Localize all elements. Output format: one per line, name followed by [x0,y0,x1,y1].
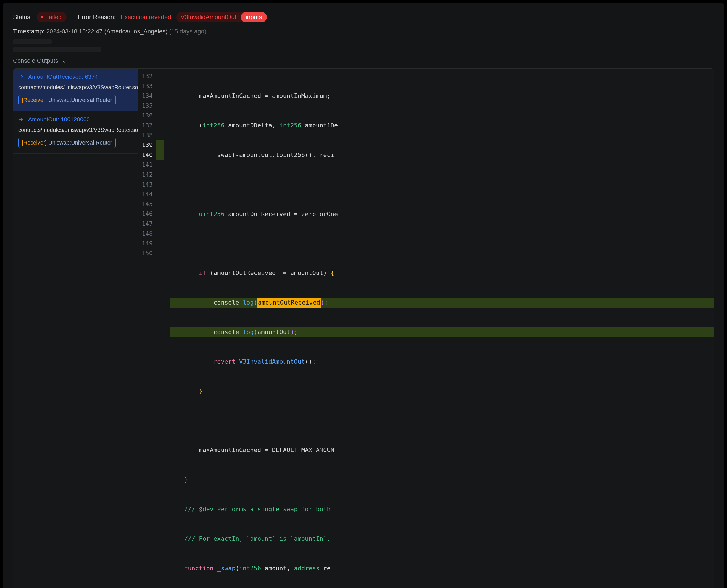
line-number: 133 [141,81,153,91]
diff-mark [156,248,164,258]
output-title-row: AmountOut: 100120000 [18,116,133,123]
line-number: 142 [141,170,153,180]
line-number: 150 [141,248,153,258]
timestamp-label: Timestamp: [13,28,44,35]
code-lines[interactable]: maxAmountInCached = amountInMaximum; (in… [164,68,714,588]
diff-mark [156,130,164,140]
error-name: V3InvalidAmountOut [176,12,241,22]
timestamp-value: 2024-03-18 15:22:47 (America/Los_Angeles… [46,28,167,35]
line-number: 137 [141,121,153,130]
chevron-up-icon [61,59,65,63]
receiver-name: Uniswap:Universal Router [48,97,112,103]
diff-mark [156,180,164,190]
debug-panel: Status: Failed Error Reason: Execution r… [3,3,724,588]
diff-mark [156,110,164,121]
line-number: 139 [141,140,153,150]
code-line [170,416,714,426]
output-path: contracts/modules/uniswap/v3/V3SwapRoute… [18,83,133,91]
timestamp-relative: (15 days ago) [169,28,206,35]
line-number: 144 [141,189,153,199]
error-pill: V3InvalidAmountOut inputs [176,12,267,22]
diff-mark [156,101,164,111]
code-line-added: console.log(amountOut); [170,327,714,337]
code-line [170,238,714,248]
receiver-name: Uniswap:Universal Router [48,140,112,146]
line-number: 140 [141,150,153,160]
arrow-right-icon [18,74,24,80]
error-reason-label: Error Reason: [78,14,115,21]
code-line: } [170,475,714,485]
diff-mark [156,189,164,199]
status-dot-icon [41,16,43,18]
diff-mark [156,219,164,229]
diff-mark [156,238,164,248]
line-number: 132 [141,71,153,81]
line-number: 148 [141,229,153,239]
diff-gutter: + + [156,68,164,588]
line-number: 146 [141,209,153,219]
code-line: } [170,386,714,396]
line-number: 145 [141,199,153,209]
line-number: 149 [141,238,153,248]
output-path: contracts/modules/uniswap/v3/V3SwapRoute… [18,126,133,134]
line-gutter: 132 133 134 135 136 137 138 139 140 141 … [138,68,156,588]
diff-mark-added: + [156,150,164,160]
code-line-added: console.log(amountOutReceived); [170,298,714,308]
inputs-button[interactable]: inputs [241,12,267,22]
code-line: maxAmountInCached = DEFAULT_MAX_AMOUN [170,445,714,455]
console-body: AmountOutRecieved: 6374 contracts/module… [13,68,714,588]
code-line: uint256 amountOutReceived = zeroForOne [170,209,714,219]
line-number: 134 [141,91,153,101]
diff-mark [156,121,164,130]
timestamp-row: Timestamp: 2024-03-18 15:22:47 (America/… [13,28,714,35]
diff-mark [156,71,164,81]
line-number: 138 [141,130,153,140]
diff-mark [156,199,164,209]
code-line: maxAmountInCached = amountInMaximum; [170,91,714,101]
redacted-line [13,47,101,52]
code-line: revert V3InvalidAmountOut(); [170,357,714,367]
console-output-item[interactable]: AmountOutRecieved: 6374 contracts/module… [13,68,138,111]
status-value: Failed [45,14,62,21]
line-number: 135 [141,101,153,111]
diff-mark [156,209,164,219]
highlighted-token: amountOutReceived [257,298,321,308]
status-row: Status: Failed Error Reason: Execution r… [13,12,714,22]
console-outputs-label: Console Outputs [13,57,58,64]
code-line: /// For exactIn, `amount` is `amountIn`. [170,534,714,544]
line-number: 147 [141,219,153,229]
console-output-item[interactable]: AmountOut: 100120000 contracts/modules/u… [13,111,138,154]
code-viewer: 132 133 134 135 136 137 138 139 140 141 … [138,68,714,588]
output-title-row: AmountOutRecieved: 6374 [18,74,133,80]
diff-mark [156,91,164,101]
output-sidebar: AmountOutRecieved: 6374 contracts/module… [13,68,138,588]
line-number: 141 [141,160,153,170]
receiver-tag: [Receiver] [22,140,47,146]
arrow-right-icon [18,117,24,122]
output-title: AmountOut: 100120000 [28,116,90,123]
status-badge: Failed [37,12,67,22]
console-outputs-toggle[interactable]: Console Outputs [13,57,714,64]
diff-mark-added: + [156,140,164,150]
code-line: function _swap(int256 amount, address re [170,563,714,573]
redacted-line [13,39,52,44]
diff-mark [156,229,164,239]
diff-mark [156,170,164,180]
receiver-tag: [Receiver] [22,97,47,103]
status-label: Status: [13,14,32,21]
code-line: /// @dev Performs a single swap for both [170,504,714,514]
line-number: 143 [141,180,153,190]
line-number: 136 [141,110,153,121]
code-line [170,180,714,190]
diff-mark [156,160,164,170]
receiver-badge[interactable]: [Receiver] Uniswap:Universal Router [18,95,116,105]
output-title: AmountOutRecieved: 6374 [28,74,98,80]
code-line: _swap(-amountOut.toInt256(), reci [170,150,714,160]
receiver-badge[interactable]: [Receiver] Uniswap:Universal Router [18,138,116,148]
redacted-block [13,39,714,52]
error-reason-text: Execution reverted [121,14,171,21]
code-line: (int256 amount0Delta, int256 amount1De [170,121,714,130]
diff-mark [156,81,164,91]
code-line: if (amountOutReceived != amountOut) { [170,268,714,278]
